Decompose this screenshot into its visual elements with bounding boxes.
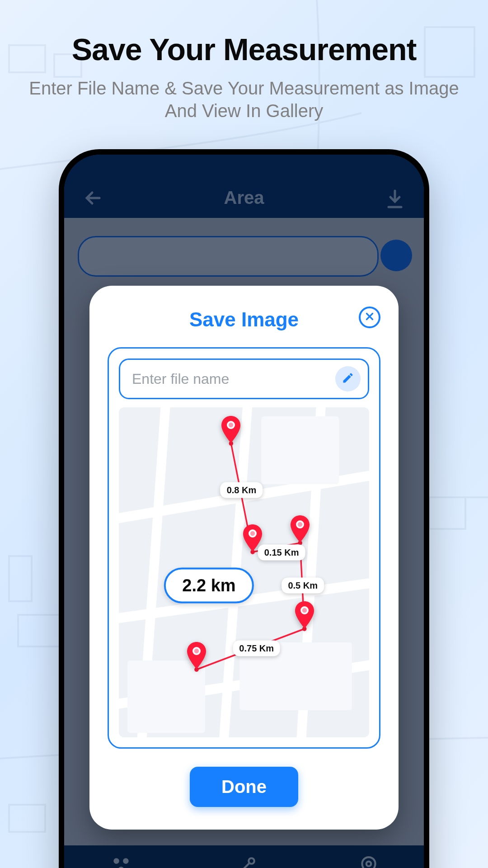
svg-point-23 xyxy=(302,608,306,613)
segment-label: 0.8 Km xyxy=(221,482,263,498)
map-pin-icon xyxy=(289,515,311,543)
map-pin-icon xyxy=(294,601,315,629)
map-preview: 0.8 Km 0.15 Km 0.5 Km 0.75 Km 2.2 km xyxy=(119,407,369,737)
segment-label: 0.5 Km xyxy=(282,578,324,594)
promo-title: Save Your Measurement xyxy=(0,32,488,67)
phone-frame: Area Save Image xyxy=(59,149,429,868)
svg-point-21 xyxy=(298,522,302,527)
total-distance-badge: 2.2 km xyxy=(164,568,253,604)
svg-point-19 xyxy=(250,531,255,536)
segment-label: 0.15 Km xyxy=(258,545,305,561)
svg-rect-4 xyxy=(9,556,32,601)
map-pin-icon xyxy=(220,415,242,443)
map-pin-icon xyxy=(186,642,207,670)
close-icon xyxy=(364,311,375,324)
promo-subtitle: Enter File Name & Save Your Measurement … xyxy=(27,77,461,122)
save-image-modal: Save Image xyxy=(89,286,399,830)
modal-title: Save Image xyxy=(189,308,299,331)
filename-input[interactable] xyxy=(132,371,329,387)
close-button[interactable] xyxy=(359,307,380,328)
bottom-tabs: Area Distance Poi xyxy=(64,845,424,868)
done-button[interactable]: Done xyxy=(190,767,298,807)
preview-panel: 0.8 Km 0.15 Km 0.5 Km 0.75 Km 2.2 km xyxy=(108,347,380,749)
segment-label: 0.75 Km xyxy=(233,640,280,656)
svg-point-25 xyxy=(194,649,199,653)
edit-filename-button[interactable] xyxy=(335,366,361,392)
svg-point-17 xyxy=(229,423,233,427)
pencil-icon xyxy=(342,372,354,386)
svg-rect-5 xyxy=(18,615,63,646)
filename-row xyxy=(119,359,369,399)
svg-rect-3 xyxy=(429,497,465,529)
svg-rect-6 xyxy=(9,805,45,832)
